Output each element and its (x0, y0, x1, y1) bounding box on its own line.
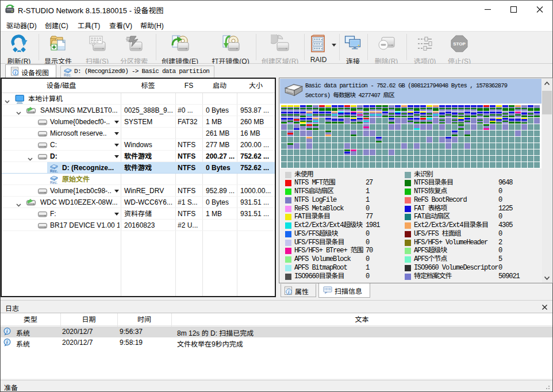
svg-text:Rec.: Rec. (50, 169, 58, 173)
svg-text:Rec.: Rec. (50, 180, 58, 185)
svg-text:STOP: STOP (453, 41, 466, 47)
svg-text:Rec.: Rec. (64, 73, 72, 77)
